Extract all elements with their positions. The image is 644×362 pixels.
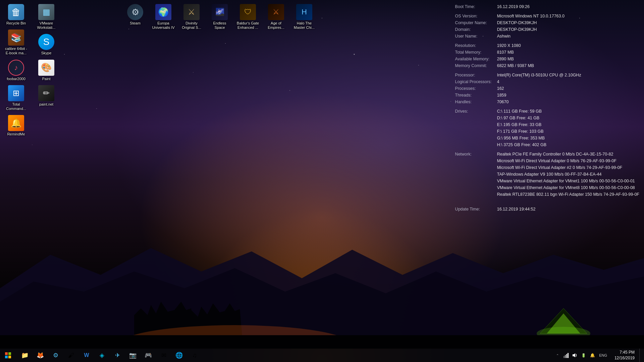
landscape-decoration bbox=[0, 221, 644, 349]
halo-label: Halo The Master Chi... bbox=[292, 21, 316, 30]
start-button[interactable] bbox=[0, 349, 16, 362]
drive-entry: G:\ 956 MB Free: 353 MB bbox=[497, 135, 639, 141]
desktop-icon-skype[interactable]: S Skype bbox=[33, 33, 60, 57]
taskbar-edge-chromium-taskbar[interactable]: 🌐 bbox=[172, 349, 186, 362]
network-label: Network: bbox=[454, 151, 496, 198]
taskbar-telegram-taskbar[interactable]: ✈ bbox=[110, 349, 125, 362]
calibre-label: calibre 64bit - E-book ma... bbox=[4, 47, 28, 55]
system-tray: ⌃ 🔋 🔔 ENG 7:45 PM 12/16/2019 bbox=[551, 349, 644, 362]
processor-value: Intel(R) Core(TM) i3-5010U CPU @ 2.10GHz bbox=[496, 72, 641, 78]
clock-date: 12/16/2019 bbox=[614, 355, 635, 361]
desktop-icons-col1: 🗑 Recycle Bin 📚 calibre 64bit - E-book m… bbox=[0, 0, 32, 140]
domain-label: Domain: bbox=[454, 26, 496, 33]
age-of-empires-label: Age of Empires... bbox=[264, 21, 288, 30]
desktop-icon-divinity[interactable]: ⚔ Divinity Original S... bbox=[178, 3, 205, 31]
taskbar-ie[interactable]: ⚙ bbox=[48, 349, 63, 362]
taskbar-snip-taskbar[interactable]: 📷 bbox=[125, 349, 140, 362]
taskbar-pinned-apps: 📁🦊⚙🖌W◈✈📷🎮✉🌐♫ bbox=[16, 349, 203, 362]
resolution-label: Resolution: bbox=[454, 42, 496, 49]
desktop-icon-vmware[interactable]: ▦ VMware Workstati... bbox=[33, 3, 60, 31]
drives-label: Drives: bbox=[454, 108, 496, 148]
baldurs-gate-icon: 🛡 bbox=[240, 4, 256, 20]
svg-rect-11 bbox=[5, 356, 8, 358]
extra-tray-icons[interactable]: 🔋 bbox=[580, 352, 587, 359]
taskbar-firefox[interactable]: 🦊 bbox=[33, 349, 48, 362]
taskbar-xbox-taskbar[interactable]: 🎮 bbox=[141, 349, 156, 362]
skype-icon: S bbox=[38, 34, 54, 50]
total-memory-value: 8107 MB bbox=[496, 49, 641, 56]
age-of-empires-icon: ⚔ bbox=[268, 4, 284, 20]
taskbar-paint-taskbar[interactable]: 🖌 bbox=[64, 349, 78, 362]
taskbar-file-explorer[interactable]: 📁 bbox=[17, 349, 32, 362]
desktop-icon-recycle-bin[interactable]: 🗑 Recycle Bin bbox=[3, 3, 30, 27]
desktop-icon-remind-me[interactable]: 🔔 RemindMe bbox=[3, 114, 30, 138]
handles-label: Handles: bbox=[454, 99, 496, 105]
svg-marker-17 bbox=[573, 353, 575, 357]
svg-rect-12 bbox=[8, 356, 11, 358]
svg-rect-10 bbox=[8, 352, 11, 355]
taskbar-edge-taskbar[interactable]: ◈ bbox=[95, 349, 109, 362]
total-memory-label: Total Memory: bbox=[454, 49, 496, 56]
europa-universalis-label: Europa Universalis IV bbox=[151, 21, 175, 30]
endless-space-label: Endless Space bbox=[208, 21, 232, 30]
network-tray-icon[interactable] bbox=[563, 352, 570, 359]
domain-value: DESKTOP-DK39KJH bbox=[496, 26, 641, 33]
desktop-icon-foobar2000[interactable]: ♪ foobar2000 bbox=[3, 58, 30, 82]
baldurs-gate-label: Baldur's Gate Enhanced ... bbox=[236, 21, 260, 30]
network-entry: Microsoft Wi-Fi Direct Virtual Adapter 0… bbox=[497, 158, 639, 164]
desktop-icons-row2: ⚙ Steam 🌍 Europa Universalis IV ⚔ Divini… bbox=[119, 0, 320, 34]
network-values: Realtek PCIe FE Family Controller 0 Mb/s… bbox=[496, 151, 641, 198]
svg-rect-15 bbox=[566, 354, 567, 358]
resolution-value: 1920 X 1080 bbox=[496, 42, 641, 49]
taskbar-spotify-taskbar[interactable]: ♫ bbox=[187, 349, 202, 362]
desktop-icon-total-commander[interactable]: ⊞ Total Command... bbox=[3, 84, 30, 112]
svg-rect-8 bbox=[0, 335, 644, 349]
boot-time-value: 16.12.2019 09:26 bbox=[496, 3, 641, 10]
drives-values: C:\ 111 GB Free: 59 GBD:\ 97 GB Free: 41… bbox=[496, 108, 641, 148]
desktop-icon-europa-universalis[interactable]: 🌍 Europa Universalis IV bbox=[150, 3, 177, 31]
foobar2000-icon: ♪ bbox=[8, 60, 24, 76]
vmware-label: VMware Workstati... bbox=[34, 21, 58, 30]
desktop-icon-halo[interactable]: H Halo The Master Chi... bbox=[291, 3, 318, 31]
remind-me-icon: 🔔 bbox=[8, 115, 24, 131]
drive-entry: C:\ 111 GB Free: 59 GB bbox=[497, 108, 639, 115]
volume-tray-icon[interactable] bbox=[572, 352, 578, 359]
memory-commit-value: 6822 MB / 9387 MB bbox=[496, 62, 641, 69]
paintnet-label: paint.net bbox=[39, 102, 53, 107]
taskbar-word-taskbar[interactable]: W bbox=[79, 349, 94, 362]
paint-icon: 🎨 bbox=[38, 60, 54, 76]
taskbar: 📁🦊⚙🖌W◈✈📷🎮✉🌐♫ ⌃ 🔋 🔔 ENG 7:45 PM 12/16/201… bbox=[0, 349, 644, 362]
system-info-panel: Boot Time: 16.12.2019 09:26 OS Version: … bbox=[454, 3, 641, 213]
desktop-icon-age-of-empires[interactable]: ⚔ Age of Empires... bbox=[263, 3, 289, 31]
desktop-icon-baldurs-gate[interactable]: 🛡 Baldur's Gate Enhanced ... bbox=[234, 3, 261, 31]
language-indicator[interactable]: ENG bbox=[598, 353, 608, 357]
notification-tray-icon[interactable]: 🔔 bbox=[589, 352, 596, 359]
drive-entry: H:\ 3725 GB Free: 402 GB bbox=[497, 141, 639, 148]
foobar2000-label: foobar2000 bbox=[7, 77, 25, 81]
clock-time: 7:45 PM bbox=[620, 350, 635, 355]
divinity-label: Divinity Original S... bbox=[179, 21, 204, 30]
drive-entry: D:\ 97 GB Free: 41 GB bbox=[497, 115, 639, 121]
handles-value: 70670 bbox=[496, 99, 641, 105]
desktop-icons-col2: ▦ VMware Workstati... S Skype 🎨 Paint ✏ … bbox=[30, 0, 62, 111]
desktop-icon-endless-space[interactable]: 🌌 Endless Space bbox=[206, 3, 233, 31]
vmware-icon: ▦ bbox=[38, 4, 54, 20]
steam-label: Steam bbox=[130, 21, 141, 25]
avail-memory-value: 2890 MB bbox=[496, 56, 641, 62]
svg-rect-9 bbox=[5, 352, 8, 355]
taskbar-mail-taskbar[interactable]: ✉ bbox=[156, 349, 171, 362]
threads-label: Threads: bbox=[454, 92, 496, 99]
os-value: Microsoft Windows NT 10.0.17763.0 bbox=[496, 13, 641, 19]
show-hidden-tray-button[interactable]: ⌃ bbox=[554, 352, 561, 359]
taskbar-clock[interactable]: 7:45 PM 12/16/2019 bbox=[610, 350, 637, 361]
desktop-icon-calibre[interactable]: 📚 calibre 64bit - E-book ma... bbox=[3, 28, 30, 57]
recycle-bin-icon: 🗑 bbox=[8, 4, 24, 20]
network-entry: Realtek RTL8723BE 802.11 bgn Wi-Fi Adapt… bbox=[497, 191, 639, 198]
desktop-icon-steam[interactable]: ⚙ Steam bbox=[122, 3, 149, 31]
network-entry: TAP-Windows Adapter V9 100 Mb/s 00-FF-37… bbox=[497, 171, 639, 178]
memory-commit-label: Memory Commit: bbox=[454, 62, 496, 69]
show-desktop-button[interactable] bbox=[639, 349, 641, 362]
desktop-icon-paintnet[interactable]: ✏ paint.net bbox=[33, 84, 60, 108]
desktop-icon-paint[interactable]: 🎨 Paint bbox=[33, 58, 60, 82]
skype-label: Skype bbox=[41, 51, 52, 55]
